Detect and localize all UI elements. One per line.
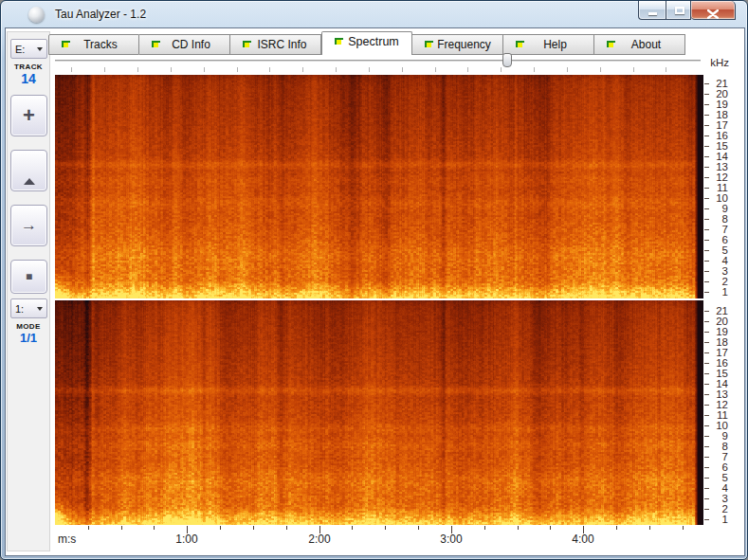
close-button[interactable] (691, 1, 736, 20)
frequency-tick-label: 1 (707, 514, 728, 525)
ruler-tick (666, 67, 666, 72)
tab-isrc-info[interactable]: ISRC Info (230, 34, 321, 55)
tab-label: About (631, 38, 661, 51)
time-tick (154, 526, 155, 530)
time-tick-label: 2:00 (299, 533, 340, 546)
spectrogram-channel-1 (55, 75, 703, 298)
time-tick (352, 526, 353, 530)
ruler-tick (302, 67, 303, 72)
client-area: E: TRACK 14 +→■ 1: MODE 1/1 TracksCD Inf… (5, 27, 745, 556)
time-tick (121, 526, 122, 530)
tab-frequency[interactable]: Frequency (412, 34, 503, 55)
tab-flag-icon (62, 41, 71, 50)
frequency-tick-label: 1 (707, 286, 728, 298)
tab-flag-icon (516, 41, 525, 50)
ruler-tick (104, 67, 105, 72)
time-axis-unit: m:s (58, 533, 76, 546)
time-tick (484, 526, 485, 530)
time-tick (683, 526, 684, 530)
minimize-button[interactable] (638, 1, 666, 20)
position-slider-track[interactable] (55, 60, 701, 63)
time-tick-label: 1:00 (166, 533, 208, 546)
ruler-tick (567, 67, 568, 72)
mode-select[interactable]: 1: (10, 298, 47, 318)
tab-label: Help (543, 38, 567, 51)
stop-button[interactable]: ■ (10, 260, 47, 294)
ruler-tick (171, 67, 172, 72)
eject-icon (24, 162, 35, 179)
ruler-tick (269, 67, 270, 72)
app-window: Tau Analyzer - 1.2 E: TRACK 14 +→■ 1: (0, 0, 748, 560)
minimize-icon (648, 12, 657, 15)
next-button[interactable]: → (10, 205, 47, 246)
time-tick (616, 526, 617, 530)
time-tick (418, 526, 419, 530)
spectrogram-channel-2 (55, 300, 703, 525)
time-tick (286, 526, 287, 530)
arrow-right-icon: → (21, 216, 37, 235)
tab-flag-icon (243, 41, 252, 50)
ruler-tick (71, 67, 72, 72)
ruler-tick (501, 67, 502, 72)
tab-about[interactable]: About (594, 34, 685, 55)
time-tick (385, 526, 386, 530)
tab-flag-icon (335, 38, 344, 47)
tab-label: Spectrum (348, 35, 399, 48)
tab-bar: TracksCD InfoISRC InfoSpectrumFrequencyH… (48, 31, 685, 55)
ruler-tick (369, 67, 370, 72)
ruler-tick (237, 67, 238, 72)
tab-label: Tracks (83, 38, 118, 51)
add-button[interactable]: + (10, 95, 47, 136)
position-slider-thumb[interactable] (502, 53, 512, 67)
time-tick-label: 3:00 (430, 533, 472, 546)
frequency-axis-unit: kHz (704, 57, 729, 68)
time-tick (518, 526, 519, 530)
close-icon (707, 6, 719, 23)
tab-help[interactable]: Help (503, 34, 594, 55)
ruler-tick (336, 67, 337, 72)
time-tick (220, 526, 221, 530)
time-tick (88, 526, 89, 530)
time-tick (550, 526, 551, 530)
tab-cd-info[interactable]: CD Info (139, 34, 230, 55)
mode-select-value: 1: (15, 303, 24, 315)
tab-label: Frequency (437, 38, 491, 51)
tab-flag-icon (425, 41, 434, 50)
maximize-button[interactable] (666, 1, 691, 20)
tab-tracks[interactable]: Tracks (48, 34, 139, 55)
title-bar[interactable]: Tau Analyzer - 1.2 (1, 1, 748, 27)
mode-label: MODE (8, 322, 49, 331)
mode-value: 1/1 (8, 331, 49, 345)
ruler-tick (204, 67, 205, 72)
time-tick (253, 526, 254, 530)
drive-select-value: E: (15, 44, 25, 55)
plus-icon: + (23, 106, 35, 125)
eject-button[interactable] (10, 150, 47, 191)
window-controls (638, 1, 736, 20)
time-tick (649, 526, 650, 530)
tab-label: CD Info (172, 38, 210, 51)
app-icon (28, 7, 45, 23)
sidebar: E: TRACK 14 +→■ 1: MODE 1/1 (7, 31, 50, 551)
tab-label: ISRC Info (257, 38, 306, 51)
ruler-tick (534, 67, 535, 72)
time-tick-label: 4:00 (562, 533, 604, 546)
track-number: 14 (8, 71, 49, 86)
drive-select[interactable]: E: (10, 39, 47, 59)
tab-flag-icon (152, 41, 161, 50)
maximize-icon (675, 7, 684, 14)
tab-spectrum[interactable]: Spectrum (321, 31, 412, 55)
ruler-tick (402, 67, 403, 72)
stop-icon: ■ (26, 270, 32, 283)
ruler-tick (633, 67, 634, 72)
tab-flag-icon (607, 41, 616, 50)
track-label: TRACK (8, 63, 49, 71)
chevron-down-icon (37, 47, 43, 51)
chevron-down-icon (37, 307, 43, 311)
window-title: Tau Analyzer - 1.2 (55, 8, 146, 21)
ruler-tick (435, 67, 436, 72)
ruler-tick (467, 67, 468, 72)
ruler-tick (600, 67, 601, 72)
ruler-tick (137, 67, 138, 72)
